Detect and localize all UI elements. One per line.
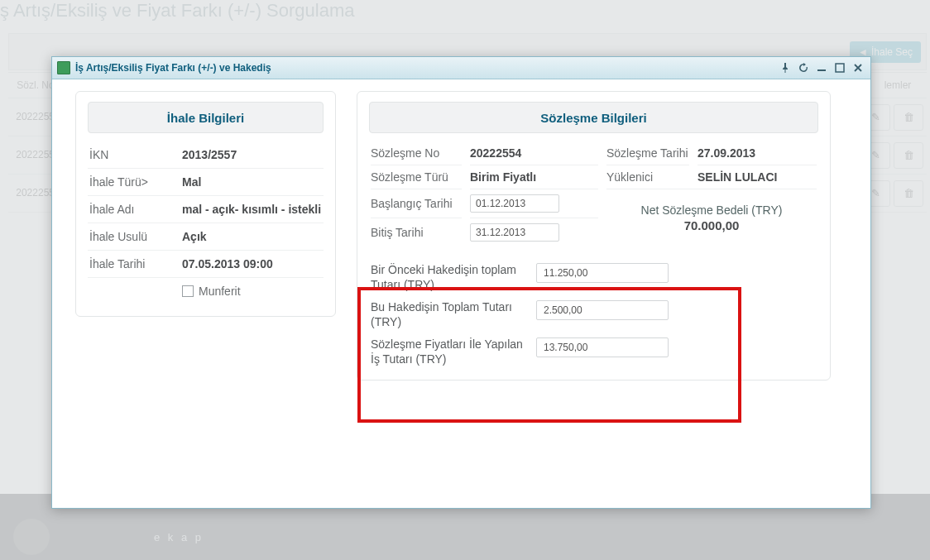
label-sozlesme-no: Sözleşme No	[371, 141, 462, 165]
baslangic-tarihi-input[interactable]	[470, 194, 559, 213]
value-ihale-turu: Mal	[182, 175, 322, 189]
sozlesme-fiyat-is-input[interactable]	[536, 337, 669, 357]
bitis-tarihi-input[interactable]	[470, 223, 559, 242]
value-ihale-usulu: Açık	[182, 230, 322, 243]
value-ihale-adi: mal - açık- kısımlı - istekli	[182, 203, 322, 216]
minimize-icon[interactable]	[814, 61, 829, 74]
pin-icon[interactable]	[778, 61, 793, 74]
onceki-hakedis-input[interactable]	[536, 263, 669, 283]
sozlesme-bilgileri-panel: Sözleşme Bilgileri Sözleşme No 20222554 …	[357, 91, 831, 381]
label-net-sozlesme-bedeli: Net Sözleşme Bedeli (TRY)	[641, 203, 783, 217]
value-yuklenici: SELİN LULACI	[698, 165, 817, 189]
label-onceki-hakedis: Bir Önceki Hakedişin toplam Tutarı (TRY)	[371, 263, 528, 292]
value-ihale-tarihi: 07.05.2013 09:00	[182, 257, 322, 270]
label-ihale-turu: İhale Türü>	[89, 175, 182, 189]
label-munferit: Munferit	[199, 285, 241, 298]
value-sozlesme-turu: Birim Fiyatlı	[470, 165, 598, 189]
label-yuklenici: Yüklenici	[606, 165, 689, 189]
sozlesme-bilgileri-header: Sözleşme Bilgileri	[369, 102, 818, 133]
value-ikn: 2013/2557	[182, 148, 322, 161]
label-ihale-tarihi: İhale Tarihi	[89, 257, 182, 270]
ihale-bilgileri-header: İhale Bilgileri	[88, 102, 324, 133]
modal-title: İş Artış/Eksiliş Fiyat Farkı (+/-) ve Ha…	[75, 62, 774, 74]
svg-rect-1	[836, 64, 844, 72]
value-sozlesme-no: 20222554	[470, 141, 598, 165]
label-sozlesme-fiyat-is: Sözleşme Fiyatları İle Yapılan İş Tutarı…	[371, 337, 528, 366]
close-icon[interactable]	[851, 61, 865, 74]
value-sozlesme-tarihi: 27.09.2013	[698, 141, 817, 165]
ihale-bilgileri-panel: İhale Bilgileri İKN2013/2557 İhale Türü>…	[75, 91, 336, 317]
modal-titlebar[interactable]: İş Artış/Eksiliş Fiyat Farkı (+/-) ve Ha…	[52, 57, 870, 79]
refresh-icon[interactable]	[796, 61, 811, 74]
modal-window: İş Artış/Eksiliş Fiyat Farkı (+/-) ve Ha…	[51, 56, 871, 509]
label-bitis-tarihi: Bitiş Tarihi	[371, 218, 462, 246]
label-bu-hakedis: Bu Hakedişin Toplam Tutarı (TRY)	[371, 300, 528, 329]
label-ihale-adi: İhale Adı	[89, 203, 182, 216]
maximize-icon[interactable]	[832, 61, 847, 74]
label-ihale-usulu: İhale Usulü	[89, 230, 182, 243]
label-sozlesme-turu: Sözleşme Türü	[371, 165, 462, 189]
label-ikn: İKN	[89, 148, 182, 161]
window-app-icon	[57, 61, 70, 74]
bu-hakedis-input[interactable]	[536, 300, 669, 320]
svg-rect-0	[817, 69, 826, 71]
munferit-checkbox[interactable]	[182, 285, 194, 297]
hakedis-section: Bir Önceki Hakedişin toplam Tutarı (TRY)…	[357, 258, 830, 380]
value-net-sozlesme-bedeli: 70.000,00	[684, 218, 740, 232]
label-baslangic-tarihi: Başlangıç Tarihi	[371, 189, 462, 218]
label-sozlesme-tarihi: Sözleşme Tarihi	[606, 141, 689, 165]
